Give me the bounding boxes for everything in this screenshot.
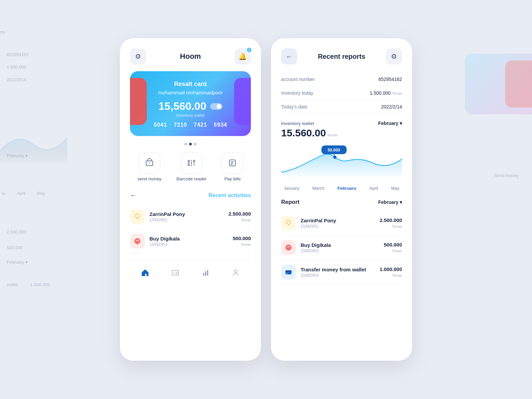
svg-rect-14 bbox=[172, 270, 179, 275]
digikala-name: Buy Digikala bbox=[149, 236, 228, 241]
report-transfer-amount: 1.000.000 Toman bbox=[380, 266, 402, 278]
report-header: Report February ▾ bbox=[281, 199, 402, 206]
phone2: ← Recent reports ⚙ account number 652954… bbox=[271, 38, 412, 361]
dot-1 bbox=[184, 143, 187, 145]
pay-bills-label: Pay bills bbox=[224, 176, 240, 181]
report-item-transfer: Transfer money from wallet 15492954 1.00… bbox=[281, 260, 402, 284]
recent-activities-back-btn[interactable]: ← bbox=[130, 191, 137, 199]
svg-rect-17 bbox=[207, 270, 208, 276]
svg-point-26 bbox=[286, 273, 287, 274]
chart-amount-display: 15.560.00 toman bbox=[281, 127, 402, 139]
ghost-text-account: 652954162 bbox=[7, 52, 29, 57]
nav-transfer[interactable] bbox=[169, 266, 182, 279]
svg-rect-25 bbox=[285, 270, 292, 272]
report-item-digikala: Buy Digikala 15492953 500.000 Toman bbox=[281, 235, 402, 260]
report-transfer-value: 1.000.000 bbox=[380, 266, 402, 272]
bottom-nav bbox=[130, 260, 251, 279]
card-holder-name: mohammad mohammadpoor bbox=[140, 90, 241, 95]
info-row-account: account number 652954162 bbox=[281, 73, 402, 86]
ghost-text-may: May bbox=[37, 191, 45, 196]
action-send-money[interactable]: send money bbox=[138, 152, 162, 181]
activity-icon-digikala bbox=[130, 234, 145, 249]
nav-home[interactable] bbox=[138, 266, 152, 279]
zarrinpal-amount-value: 2.500.000 bbox=[228, 211, 251, 217]
report-digikala-id: 15492953 bbox=[301, 249, 379, 253]
digikala-info: Buy Digikala 15492953 bbox=[149, 236, 228, 247]
card-inventory-label: Inventory wallet bbox=[140, 113, 241, 118]
phone2-settings-button[interactable]: ⚙ bbox=[386, 48, 402, 64]
svg-rect-15 bbox=[203, 273, 204, 276]
ghost-text-wallet: wallet bbox=[7, 282, 18, 287]
action-barcode[interactable]: Barcode reader bbox=[177, 152, 207, 181]
card-amount: 15,560.00 bbox=[159, 100, 206, 113]
zarrinpal-amount: 2.500.000 Toman bbox=[228, 211, 251, 223]
report-zarrinpal-info: ZarrinPal Pony 15492952 bbox=[301, 218, 375, 229]
report-item-zarrinpal: ZarrinPal Pony 15492952 2.500.000 Toman bbox=[281, 211, 402, 235]
chart-unit: toman bbox=[327, 133, 338, 137]
inventory-label: Inventory today bbox=[281, 90, 313, 96]
card-decoration-left bbox=[130, 78, 147, 125]
phones-container: ⚙ Hoom 🔔 2 Resalt card mohammad mohammad… bbox=[120, 38, 412, 361]
inventory-value: 1.500.000 Toman bbox=[370, 90, 402, 96]
recent-activities-title: Recent activities bbox=[209, 192, 251, 198]
svg-rect-2 bbox=[193, 160, 195, 162]
dot-2 bbox=[189, 143, 192, 145]
card-decoration-right bbox=[234, 78, 251, 125]
settings-icon: ⚙ bbox=[135, 52, 141, 60]
report-digikala-unit: Toman bbox=[392, 249, 402, 253]
activity-icon-zarrinpal bbox=[130, 209, 145, 224]
svg-rect-9 bbox=[229, 160, 235, 166]
action-pay-bills[interactable]: Pay bills bbox=[222, 152, 243, 181]
report-digikala-info: Buy Digikala 15492953 bbox=[301, 242, 379, 253]
nav-stats[interactable] bbox=[199, 266, 212, 279]
ghost-text-april: April bbox=[17, 191, 26, 196]
tab-february[interactable]: Februaru bbox=[335, 184, 359, 192]
tab-march[interactable]: March bbox=[310, 184, 327, 192]
phone1-title: Hoom bbox=[180, 52, 201, 61]
barcode-icon-box bbox=[181, 152, 202, 174]
back-icon: ← bbox=[286, 53, 293, 60]
report-icon-digikala bbox=[281, 240, 296, 255]
report-icon-transfer bbox=[281, 265, 296, 279]
report-digikala-value: 500.000 bbox=[384, 242, 402, 248]
notification-badge: 2 bbox=[246, 47, 252, 53]
card-toggle[interactable] bbox=[210, 103, 222, 110]
settings-button[interactable]: ⚙ bbox=[130, 48, 146, 64]
info-rows: account number 652954162 Inventory today… bbox=[281, 73, 402, 114]
report-month-selector[interactable]: February ▾ bbox=[378, 200, 402, 205]
report-zarrinpal-name: ZarrinPal Pony bbox=[301, 218, 375, 223]
phone1: ⚙ Hoom 🔔 2 Resalt card mohammad mohammad… bbox=[120, 38, 261, 361]
chart-month-chevron: ▾ bbox=[400, 121, 402, 126]
activity-zarrinpal: ZarrinPal Pony 15492952 2.500.000 Toman bbox=[130, 205, 251, 229]
svg-rect-16 bbox=[205, 271, 206, 276]
recent-activities-header: ← Recent activities bbox=[130, 191, 251, 199]
report-title: Report bbox=[281, 199, 300, 206]
tab-april[interactable]: April bbox=[367, 184, 381, 192]
tab-january[interactable]: January bbox=[281, 184, 302, 192]
report-digikala-amount: 500.000 Toman bbox=[384, 242, 402, 254]
nav-profile[interactable] bbox=[229, 266, 242, 279]
date-label: Today's date bbox=[281, 104, 307, 109]
phone2-title: Recent reports bbox=[297, 53, 386, 60]
activity-digikala: Buy Digikala 15492953 500.000 Toman bbox=[130, 229, 251, 254]
chart-month-selector[interactable]: February ▾ bbox=[378, 121, 402, 126]
tab-may[interactable]: May bbox=[388, 184, 402, 192]
svg-rect-1 bbox=[188, 160, 189, 162]
recent-activities-section: ← Recent activities ZarrinPal Pony 15492… bbox=[130, 191, 251, 254]
card-dots bbox=[130, 143, 251, 145]
card-num-2: 7210 bbox=[174, 122, 187, 128]
chart-section: Inventory wallet February ▾ 15.560.00 to… bbox=[281, 121, 402, 284]
chart-title: Inventory wallet bbox=[281, 121, 314, 126]
svg-point-23 bbox=[285, 245, 292, 251]
notifications-button[interactable]: 🔔 2 bbox=[235, 48, 251, 64]
info-row-inventory: Inventory today 1.500.000 Toman bbox=[281, 86, 402, 100]
info-row-date: Today's date 2022/2/14 bbox=[281, 100, 402, 114]
svg-text:50.000: 50.000 bbox=[328, 148, 340, 152]
card-num-4: 5934 bbox=[214, 122, 227, 128]
phone2-back-button[interactable]: ← bbox=[281, 48, 297, 64]
ghost-text-amount2: 500.000 bbox=[7, 245, 23, 250]
zarrinpal-id: 15492952 bbox=[149, 218, 224, 222]
ghost-text-ru: ru bbox=[2, 191, 6, 196]
account-value: 652954162 bbox=[379, 77, 402, 82]
report-transfer-info: Transfer money from wallet 15492954 bbox=[301, 267, 375, 278]
